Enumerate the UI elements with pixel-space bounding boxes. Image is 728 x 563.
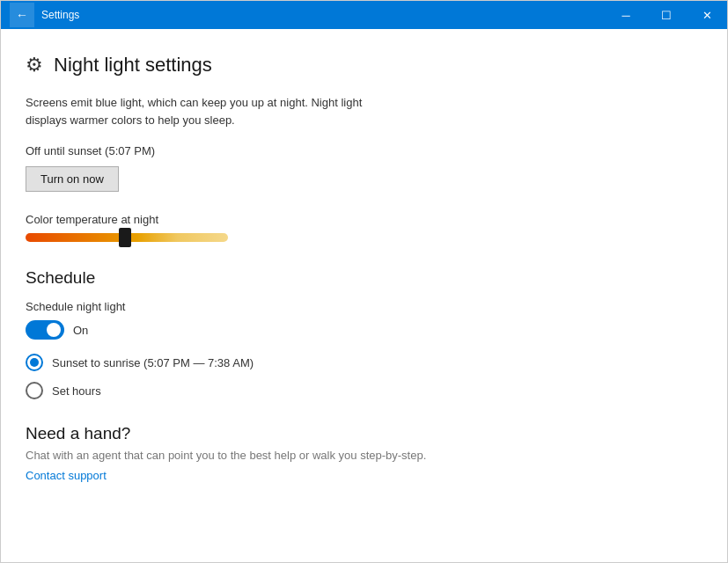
schedule-section-title: Schedule (26, 268, 699, 288)
sunset-radio-option[interactable]: Sunset to sunrise (5:07 PM — 7:38 AM) (26, 354, 699, 371)
main-content: ⚙ Night light settings Screens emit blue… (1, 29, 727, 562)
color-temp-slider-thumb[interactable] (119, 228, 131, 247)
color-temp-slider-track[interactable] (26, 233, 228, 242)
titlebar-left: ← Settings (10, 3, 79, 27)
maximize-icon: ☐ (661, 9, 672, 22)
window: ← Settings ─ ☐ ✕ ⚙ Night light settings … (0, 0, 728, 563)
toggle-thumb (47, 323, 61, 337)
close-button[interactable]: ✕ (687, 1, 727, 29)
schedule-toggle[interactable] (26, 320, 64, 340)
schedule-toggle-row: On (26, 320, 699, 340)
sunset-radio-circle[interactable] (26, 354, 43, 371)
color-temperature-section: Color temperature at night (26, 213, 699, 242)
status-text: Off until sunset (5:07 PM) (26, 144, 699, 157)
close-icon: ✕ (702, 9, 712, 22)
minimize-button[interactable]: ─ (606, 1, 646, 29)
color-temp-label: Color temperature at night (26, 213, 699, 226)
page-header: ⚙ Night light settings (26, 54, 699, 77)
titlebar: ← Settings ─ ☐ ✕ (1, 1, 727, 29)
minimize-icon: ─ (621, 9, 629, 22)
description-text: Screens emit blue light, which can keep … (26, 94, 395, 128)
back-icon: ← (16, 8, 28, 22)
set-hours-radio-label: Set hours (52, 384, 101, 398)
page-title: Night light settings (54, 54, 212, 77)
back-button[interactable]: ← (10, 3, 34, 27)
sunset-radio-label: Sunset to sunrise (5:07 PM — 7:38 AM) (52, 356, 254, 369)
need-help-title: Need a hand? (26, 424, 699, 443)
need-help-section: Need a hand? Chat with an agent that can… (26, 424, 699, 483)
maximize-button[interactable]: ☐ (646, 1, 687, 29)
gear-icon: ⚙ (26, 54, 43, 77)
need-help-desc: Chat with an agent that can point you to… (26, 449, 699, 462)
contact-support-link[interactable]: Contact support (26, 469, 107, 482)
turn-on-button[interactable]: Turn on now (26, 166, 119, 192)
titlebar-title: Settings (41, 9, 79, 21)
set-hours-radio-option[interactable]: Set hours (26, 382, 699, 399)
toggle-label: On (73, 324, 88, 337)
set-hours-radio-circle[interactable] (26, 382, 43, 399)
titlebar-controls: ─ ☐ ✕ (606, 1, 727, 29)
sunset-radio-inner (30, 358, 39, 367)
schedule-night-light-label: Schedule night light (26, 300, 699, 313)
